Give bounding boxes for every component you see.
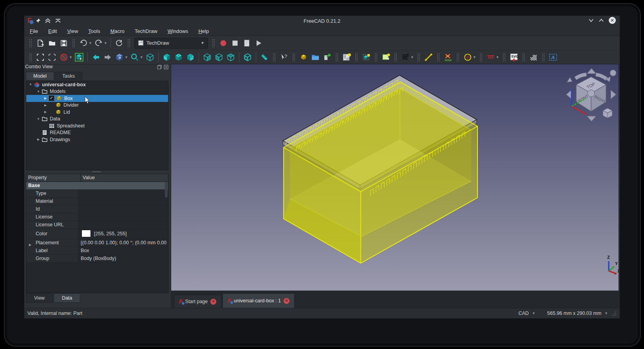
menu-macro[interactable]: Macro xyxy=(110,28,125,34)
rich-text-annotation-icon[interactable] xyxy=(400,51,411,63)
right-view-icon[interactable] xyxy=(185,51,196,63)
menu-view[interactable]: View xyxy=(67,28,78,34)
export-svg-icon[interactable]: SVG xyxy=(508,51,520,63)
toolbar-grip[interactable] xyxy=(456,53,459,62)
toolbar-grip[interactable] xyxy=(374,53,378,62)
toolbar-grip[interactable] xyxy=(273,53,276,62)
annotation-block-icon[interactable]: A xyxy=(547,51,559,63)
open-file-button[interactable] xyxy=(46,37,58,49)
toolbar-grip[interactable] xyxy=(522,53,525,62)
undo-dropdown-caret[interactable]: ▼ xyxy=(89,41,92,45)
zoom-caret[interactable]: ▼ xyxy=(140,55,143,59)
close-tab-icon[interactable]: ✕ xyxy=(210,299,216,305)
toolbar-grip[interactable] xyxy=(212,39,215,47)
tree-item-models[interactable]: ▼ Models xyxy=(26,88,168,95)
open-folder-icon[interactable] xyxy=(309,51,321,63)
front-view-icon[interactable] xyxy=(161,51,173,63)
toolbar-grip[interactable] xyxy=(503,53,506,62)
property-row-license[interactable]: License xyxy=(26,213,168,221)
toolbar-grip[interactable] xyxy=(29,53,32,62)
toolbar-grip[interactable] xyxy=(292,53,295,62)
tab-model[interactable]: Model xyxy=(26,72,54,80)
redo-dropdown-caret[interactable]: ▼ xyxy=(104,41,107,45)
toolbar-grip[interactable] xyxy=(29,39,32,47)
execute-macro-button[interactable] xyxy=(253,37,264,49)
toolbar-grip[interactable] xyxy=(355,53,358,62)
menu-edit[interactable]: Edit xyxy=(48,28,57,34)
scrollbar[interactable] xyxy=(165,182,168,198)
expand-arrow-icon[interactable]: ▼ xyxy=(29,83,33,86)
unit-caret-icon[interactable]: ▼ xyxy=(532,311,535,315)
draw-center-circle-icon[interactable] xyxy=(462,51,474,63)
resize-grip[interactable] xyxy=(611,311,617,316)
title-bar[interactable]: F FreeCAD 0.21.2 ✕ xyxy=(24,16,620,27)
tab-view[interactable]: View xyxy=(26,293,53,303)
property-row-placement[interactable]: ▶Placement [(0.00 0.00 1.00); 0.00 °; (0… xyxy=(26,239,168,247)
delete-dimension-icon[interactable] xyxy=(442,51,454,63)
length-dimension-icon[interactable] xyxy=(423,51,434,63)
new-file-button[interactable] xyxy=(34,37,46,49)
toolbar-grip[interactable] xyxy=(394,53,397,62)
chevron-down-icon[interactable] xyxy=(588,18,594,22)
measure-distance-icon[interactable] xyxy=(259,51,270,63)
draw-style-icon[interactable] xyxy=(114,51,125,63)
tree-item-readme[interactable]: README xyxy=(26,129,168,136)
whats-this-icon[interactable]: ? xyxy=(278,51,290,63)
property-row-type[interactable]: Type xyxy=(26,190,168,198)
tree-item-lid[interactable]: ▶ Lid xyxy=(26,109,168,116)
record-macro-button[interactable] xyxy=(217,37,229,49)
property-row-material[interactable]: Material xyxy=(26,198,168,205)
workbench-selector[interactable]: TechDraw ▼ xyxy=(134,38,208,49)
property-row-group[interactable]: GroupBody (BoxBody) xyxy=(26,255,168,263)
property-row-id[interactable]: Id xyxy=(26,205,168,213)
tree-item-divider[interactable]: ▶ Divider xyxy=(26,102,168,109)
refresh-button[interactable] xyxy=(113,37,125,49)
isometric-view-icon[interactable] xyxy=(144,51,156,63)
toolbar-grip[interactable] xyxy=(542,53,545,62)
toolbar-grip[interactable] xyxy=(72,39,75,47)
tab-start-page[interactable]: F Start page ✕ xyxy=(174,295,221,308)
unit-system-selector[interactable]: CAD xyxy=(518,311,528,316)
export-page-icon[interactable] xyxy=(321,51,333,63)
menu-techdraw[interactable]: TechDraw xyxy=(135,28,157,34)
property-group-base[interactable]: Base xyxy=(26,182,168,190)
tab-tasks[interactable]: Tasks xyxy=(55,72,82,80)
view-size-indicator[interactable]: 565.96 mm x 290.03 mm xyxy=(547,311,601,316)
rubber-band-selection-icon[interactable] xyxy=(34,51,46,63)
annotation-caret[interactable]: ▼ xyxy=(411,55,414,59)
panel-splitter[interactable]: •••••• xyxy=(26,171,168,173)
macro-dialog-button[interactable] xyxy=(241,37,253,49)
tree-item-data[interactable]: ▼ Data xyxy=(26,116,168,123)
menu-file[interactable]: File xyxy=(30,28,38,34)
expand-arrow-icon[interactable]: ▶ xyxy=(43,110,47,114)
expand-arrow-icon[interactable]: ▶ xyxy=(43,96,47,100)
menu-windows[interactable]: Windows xyxy=(168,28,188,34)
nav-mini-cube[interactable] xyxy=(603,108,612,118)
insert-clip-group-icon[interactable] xyxy=(380,51,392,63)
property-row-color[interactable]: Color [255, 255, 255] xyxy=(26,229,168,239)
menu-help[interactable]: Help xyxy=(198,28,209,34)
center-lines-caret[interactable]: ▼ xyxy=(473,55,476,59)
back-arrow-icon[interactable] xyxy=(90,51,102,63)
close-icon[interactable] xyxy=(164,65,168,69)
redo-button[interactable] xyxy=(93,37,105,49)
top-view-icon[interactable] xyxy=(173,51,185,63)
nav-sphere[interactable] xyxy=(610,70,616,76)
expand-arrow-icon[interactable]: ▼ xyxy=(36,117,40,121)
toolbar-grip[interactable] xyxy=(479,53,483,62)
hatch-face-icon[interactable] xyxy=(528,51,539,63)
property-row-label[interactable]: LabelBox xyxy=(26,247,168,255)
zoom-icon[interactable] xyxy=(129,51,141,63)
tree-item-spreadsheet[interactable]: Spreadsheet xyxy=(26,122,168,129)
axonometric-view-icon[interactable] xyxy=(242,51,253,63)
toolbar-grip[interactable] xyxy=(127,39,130,47)
box-element-selection-icon[interactable] xyxy=(46,51,58,63)
stop-macro-button[interactable] xyxy=(229,37,241,49)
expand-arrow-icon[interactable]: ▶ xyxy=(43,104,47,107)
toolbar-grip[interactable] xyxy=(335,53,338,62)
insert-default-page-icon[interactable] xyxy=(341,51,353,63)
color-swatch[interactable] xyxy=(81,230,91,237)
property-row-license-url[interactable]: License URL xyxy=(26,221,168,229)
visibility-checkbox[interactable]: ✓ xyxy=(49,95,54,101)
expand-arrow-icon[interactable]: ▶ xyxy=(36,138,40,141)
